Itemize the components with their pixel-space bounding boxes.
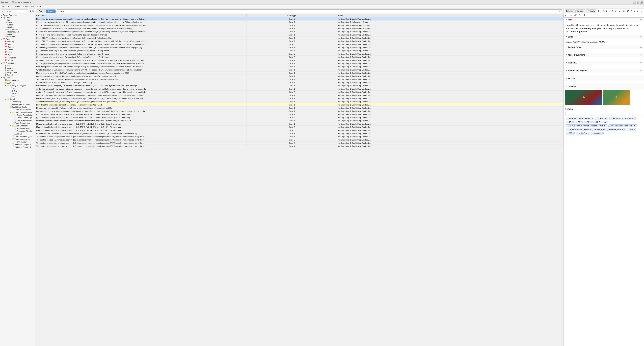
- sidebar-item-lolnotacop[interactable]: 📄 Lolnotacop: [0, 100, 35, 103]
- html-toggle-icon[interactable]: </>: [640, 78, 642, 80]
- tag-chip[interactable]: ...::03_Genetics✕: [592, 121, 608, 123]
- search-icon[interactable]: 🔍: [28, 9, 31, 12]
- table-row[interactable]: The pentad of classical symptoms seen in…: [35, 138, 564, 142]
- sidebar-item-again[interactable]: ○ Again: [0, 33, 35, 35]
- menu-help[interactable]: Help: [35, 5, 42, 8]
- sidebar-item-rescheduled[interactable]: ○ Rescheduled: [0, 31, 35, 33]
- tag-remove-icon[interactable]: ✕: [602, 132, 603, 134]
- tag-chip[interactable]: ...::890✕: [566, 132, 574, 135]
- pathoma-section-header[interactable]: ▼ Pathoma </>: [564, 61, 644, 65]
- cards-button[interactable]: Cards...: [576, 9, 586, 13]
- sidebar-item-step1[interactable]: ▼ 📁 Step 1: [0, 98, 35, 100]
- close-button[interactable]: ✕: [640, 1, 643, 4]
- sidebar-item-anking-note-types[interactable]: ▼ 📁 AnKing Note Types: [0, 84, 35, 87]
- sidebar-item-decks[interactable]: ▼ 📚 Decks: [0, 76, 35, 79]
- table-row[interactable]: What blood disorder is associated with i…: [35, 59, 564, 62]
- table-row[interactable]: Microangiopathic hemolytic anemia is see…: [35, 129, 564, 132]
- sidebar-item-first-review[interactable]: ○ First Review: [0, 28, 35, 31]
- sidebar-item-cardio-pathology[interactable]: 📄 Cardio Pathology: [0, 116, 35, 119]
- clear-format-icon[interactable]: ◇: [630, 9, 633, 13]
- list-unordered-icon[interactable]: ≡: [636, 9, 639, 13]
- table-row[interactable]: One hematological pathology that is due …: [35, 75, 564, 78]
- sketchy-section-header[interactable]: ▼ Sketchy </>: [564, 84, 644, 89]
- tag-remove-icon[interactable]: ✕: [605, 125, 606, 127]
- tag-chip[interactable]: ...::!DELETE✕: [595, 117, 608, 120]
- sidebar-item-flags[interactable]: ▼ 🚩 Flags: [0, 38, 35, 40]
- strikethrough-icon[interactable]: S: [612, 9, 614, 13]
- table-row[interactable]: Patients with abnormal menstrual bleedin…: [35, 30, 564, 33]
- sidebar-item-overdue[interactable]: ○ Overdue: [0, 35, 35, 38]
- tag-remove-icon[interactable]: ✕: [634, 117, 635, 119]
- menu-go[interactable]: Go: [30, 5, 35, 8]
- tag-remove-icon[interactable]: ✕: [635, 125, 636, 127]
- fields-button[interactable]: Fields...: [565, 9, 575, 13]
- menu-cards[interactable]: Cards: [22, 5, 30, 8]
- table-row[interactable]: Hypoxia may be caused by {{c1::anemia}},…: [35, 107, 564, 110]
- tag-remove-icon[interactable]: ✕: [580, 121, 582, 123]
- tag-chip[interactable]: ...::07_Autosomal_Dominant_Diseases_-_Pa…: [566, 124, 608, 127]
- highlight-icon[interactable]: 🖍: [626, 9, 629, 13]
- table-row[interactable]: {{c1::Ischemic priapism}} is a painful s…: [35, 49, 564, 52]
- sidebar-item-zanki-gi[interactable]: 📄 Zanki GI: [0, 133, 35, 135]
- tag-remove-icon[interactable]: ✕: [572, 132, 574, 134]
- maximize-button[interactable]: □: [636, 1, 639, 4]
- html-toggle-icon[interactable]: </>: [640, 36, 642, 38]
- table-row[interactable]: What is the effect of anemia on blood vi…: [35, 81, 564, 84]
- tag-chip[interactable]: ...::01_Extravascular_Hemolysis_Overview…: [566, 128, 626, 131]
- table-row[interactable]: The pentad of classical symptoms seen in…: [35, 142, 564, 145]
- subscript-icon[interactable]: x₂: [618, 9, 622, 13]
- table-row[interactable]: Turbulent flow in a blood vessel causes …: [35, 78, 564, 81]
- attach-icon[interactable]: 📎: [569, 13, 573, 17]
- font-color-icon[interactable]: A: [622, 9, 625, 13]
- list-ordered-icon[interactable]: ≡: [634, 9, 636, 13]
- toggle-tab-right[interactable]: Cards: [46, 9, 56, 13]
- sidebar-item-current-deck[interactable]: 📗 Current Deck: [0, 79, 35, 82]
- sidebar-item-review[interactable]: Review: [0, 69, 35, 71]
- underline-icon[interactable]: U: [608, 9, 611, 13]
- sidebar-item-zanki-dermatology[interactable]: 📄 Zanki Dermatology: [0, 122, 35, 124]
- sidebar-item-no-flag[interactable]: 🚩 No Flag: [0, 40, 35, 43]
- col-header-sort-field[interactable]: Sort Field: [35, 14, 246, 17]
- sidebar-item-cardio-auscultation[interactable]: 📄 Cardio Auscultation S...: [0, 114, 35, 116]
- bracket-open-icon[interactable]: [: [581, 13, 583, 17]
- italic-icon[interactable]: I: [606, 9, 608, 13]
- sidebar-item-endocrine-physiology[interactable]: 📄 Endocrine Physiology: [0, 130, 35, 133]
- bold-icon[interactable]: B: [602, 9, 605, 13]
- html-toggle-icon[interactable]: </>: [640, 62, 642, 64]
- sidebar-item-green[interactable]: 🚩 Green: [0, 48, 35, 51]
- sidebar-item-studied[interactable]: ○ Studied: [0, 26, 35, 28]
- sidebar-item-cardio-physiology[interactable]: 📄 Cardio Physiology + ...: [0, 119, 35, 122]
- sidebar-item-mpna[interactable]: 📄 MPNA: [0, 92, 35, 95]
- sidebar-item-zanki-immunology[interactable]: ▼ 📁 Zanki Immunology + Ge...: [0, 138, 35, 141]
- table-row[interactable]: {{c2::HELLP}} syndrome is a manifestatio…: [35, 43, 564, 46]
- sidebar-item-endocrine-pathology[interactable]: 📄 Endocrine Pathology: [0, 127, 35, 130]
- sidebar-item-zanki-biochemistry[interactable]: 📄 Zanki Biochemistry: [0, 108, 35, 111]
- table-row[interactable]: How does the hemoglobin concentration ch…: [35, 103, 564, 107]
- sidebar-item-pathoma-chapter-1[interactable]: 📄 Pathoma Chapter 1 (...: [0, 143, 35, 146]
- html-toggle-icon[interactable]: </>: [640, 54, 642, 56]
- table-row[interactable]: One complication of Mycoplasma pneumonia…: [35, 110, 564, 113]
- search-input[interactable]: [58, 10, 559, 12]
- sidebar-item-card-state[interactable]: ▼ 📋 Card State: [0, 62, 35, 64]
- toggle-tab-left[interactable]: Cards: [37, 9, 46, 13]
- sidebar-filter-input[interactable]: [1, 9, 28, 12]
- sidebar-item-turquoise[interactable]: 🚩 Turquoise: [0, 56, 35, 59]
- col-header-deck[interactable]: Deck: [337, 14, 564, 17]
- sidebar-item-due[interactable]: ○ Due: [0, 19, 35, 21]
- tag-chip[interactable]: ...::24✕: [584, 121, 592, 123]
- minimize-button[interactable]: ─: [633, 1, 636, 4]
- missed-questions-section-header[interactable]: ▼ Missed Questions </>: [564, 53, 644, 57]
- tag-chip[interactable]: ...::889✕: [627, 128, 636, 131]
- sidebar-item-new[interactable]: New: [0, 64, 35, 67]
- tag-chip[interactable]: ...:1-HighYield✕: [576, 132, 590, 135]
- sidebar-item-pathoma-chapter-2[interactable]: 📄 Pathoma Chapter 2 (I...: [0, 146, 35, 149]
- tag-chip[interactable]: ...::genetics✕: [591, 132, 604, 135]
- bracket-close-icon[interactable]: ]: [584, 13, 585, 17]
- table-row[interactable]: Aortic {{c2::stenosis}} may cause {{c1::…: [35, 87, 564, 91]
- table-row[interactable]: {{c1::Anemia and Aplastic Anemia::2}} ar…: [35, 21, 564, 24]
- table-row[interactable]: Decreased hemoglobin (e.g. anemia) is as…: [35, 97, 564, 100]
- text-section-header[interactable]: ▼ Text </>: [564, 17, 644, 22]
- table-row[interactable]: Microangiopathic hemolytic anemia is oft…: [35, 119, 564, 122]
- tag-chip[interactable]: ...::20✕: [574, 121, 582, 123]
- preview-button[interactable]: Preview: [586, 9, 596, 13]
